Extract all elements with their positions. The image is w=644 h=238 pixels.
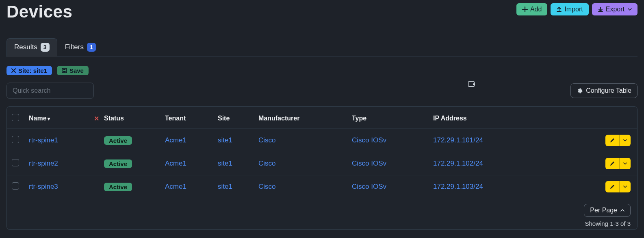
save-filter-label: Save <box>69 67 84 74</box>
row-checkbox[interactable] <box>12 136 19 143</box>
save-icon <box>62 68 67 73</box>
action-buttons: Add Import Export <box>516 3 637 15</box>
edit-dropdown-button[interactable] <box>619 181 631 192</box>
edit-button[interactable] <box>605 181 619 192</box>
clear-sort-icon[interactable]: ✕ <box>94 115 99 122</box>
col-header-tenant[interactable]: Tenant <box>160 107 213 129</box>
tenant-link[interactable]: Acme1 <box>165 183 186 190</box>
type-link[interactable]: Cisco IOSv <box>352 159 386 167</box>
caret-down-icon <box>628 8 632 11</box>
edit-dropdown-button[interactable] <box>619 158 631 169</box>
device-name-link[interactable]: rtr-spine2 <box>29 159 58 167</box>
device-name-link[interactable]: rtr-spine1 <box>29 136 58 144</box>
pencil-icon <box>609 138 615 143</box>
add-button-label: Add <box>530 6 542 13</box>
device-table: Name▾ ✕ Status Tenant Site Manufacturer … <box>7 107 637 198</box>
row-checkbox[interactable] <box>12 182 19 190</box>
device-table-card: Name▾ ✕ Status Tenant Site Manufacturer … <box>7 106 637 230</box>
tab-results[interactable]: Results 3 <box>7 38 57 57</box>
type-link[interactable]: Cisco IOSv <box>352 136 386 144</box>
tab-results-count: 3 <box>41 43 50 52</box>
search-input[interactable] <box>7 83 94 99</box>
export-button-label: Export <box>606 6 624 13</box>
tab-filters[interactable]: Filters 1 <box>57 38 104 57</box>
device-name-link[interactable]: rtr-spine3 <box>29 183 58 190</box>
import-button-label: Import <box>564 6 583 13</box>
caret-down-icon <box>623 162 627 165</box>
save-filter-button[interactable]: Save <box>57 66 89 75</box>
ip-link[interactable]: 172.29.1.103/24 <box>433 183 483 190</box>
pencil-icon <box>609 161 615 166</box>
col-header-manufacturer[interactable]: Manufacturer <box>254 107 347 129</box>
tab-filters-label: Filters <box>65 43 84 51</box>
tabs: Results 3 Filters 1 <box>7 38 637 57</box>
col-header-ip[interactable]: IP Address <box>428 107 601 129</box>
manufacturer-link[interactable]: Cisco <box>258 159 276 167</box>
plus-icon <box>522 7 528 12</box>
table-footer: Per Page Showing 1-3 of 3 <box>7 198 637 229</box>
tenant-link[interactable]: Acme1 <box>165 136 186 144</box>
showing-text: Showing 1-3 of 3 <box>585 220 631 227</box>
filter-chip-site-label: Site: site1 <box>18 67 47 74</box>
tenant-link[interactable]: Acme1 <box>165 159 186 167</box>
col-header-site[interactable]: Site <box>213 107 254 129</box>
filter-chip-site[interactable]: Site: site1 <box>7 66 52 75</box>
download-icon <box>598 7 603 12</box>
site-link[interactable]: site1 <box>218 183 232 190</box>
svg-rect-2 <box>63 69 65 70</box>
edit-button[interactable] <box>605 135 619 146</box>
row-checkbox[interactable] <box>12 159 19 166</box>
svg-rect-1 <box>63 71 65 72</box>
add-button[interactable]: Add <box>516 3 547 15</box>
status-badge: Active <box>104 159 132 168</box>
wallet-icon <box>468 81 475 89</box>
site-link[interactable]: site1 <box>218 136 232 144</box>
manufacturer-link[interactable]: Cisco <box>258 136 276 144</box>
col-header-name[interactable]: Name▾ <box>24 107 89 129</box>
edit-button[interactable] <box>605 158 619 169</box>
caret-down-icon <box>623 186 627 188</box>
site-link[interactable]: site1 <box>218 159 232 167</box>
ip-link[interactable]: 172.29.1.102/24 <box>433 159 483 167</box>
svg-rect-4 <box>473 83 475 85</box>
page-title: Devices <box>7 2 72 21</box>
table-row: rtr-spine3ActiveAcme1site1CiscoCisco IOS… <box>7 175 637 199</box>
sort-caret-icon: ▾ <box>48 116 50 122</box>
col-header-type[interactable]: Type <box>347 107 428 129</box>
table-header-row: Name▾ ✕ Status Tenant Site Manufacturer … <box>7 107 637 129</box>
status-badge: Active <box>104 183 132 191</box>
configure-table-label: Configure Table <box>586 87 631 94</box>
upload-icon <box>556 7 562 12</box>
ip-link[interactable]: 172.29.1.101/24 <box>433 136 483 144</box>
import-button[interactable]: Import <box>551 3 588 15</box>
status-badge: Active <box>104 136 132 145</box>
caret-down-icon <box>623 139 627 142</box>
col-header-name-label: Name <box>29 115 47 122</box>
type-link[interactable]: Cisco IOSv <box>352 183 386 190</box>
gear-icon <box>577 88 583 94</box>
export-button[interactable]: Export <box>592 3 637 15</box>
table-row: rtr-spine2ActiveAcme1site1CiscoCisco IOS… <box>7 152 637 175</box>
pencil-icon <box>609 184 615 190</box>
configure-table-button[interactable]: Configure Table <box>570 83 637 98</box>
tab-filters-count: 1 <box>87 43 96 52</box>
edit-dropdown-button[interactable] <box>619 135 631 146</box>
caret-up-icon <box>620 209 624 212</box>
per-page-label: Per Page <box>590 207 617 214</box>
close-icon <box>11 68 16 73</box>
select-all-checkbox[interactable] <box>12 114 19 121</box>
manufacturer-link[interactable]: Cisco <box>258 183 276 190</box>
per-page-button[interactable]: Per Page <box>584 204 631 217</box>
table-row: rtr-spine1ActiveAcme1site1CiscoCisco IOS… <box>7 129 637 152</box>
tab-results-label: Results <box>14 43 37 51</box>
col-header-status[interactable]: Status <box>99 107 160 129</box>
filter-chip-row: Site: site1 Save <box>7 66 637 75</box>
